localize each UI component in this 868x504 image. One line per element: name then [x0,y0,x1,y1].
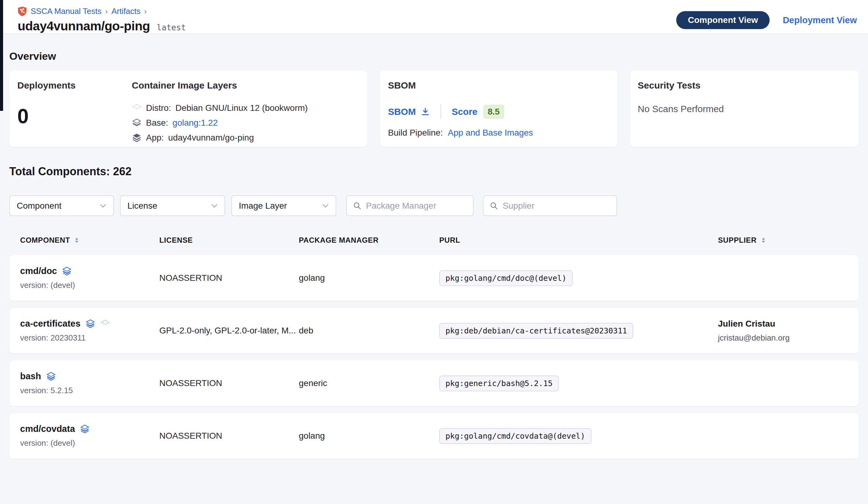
column-header-supplier[interactable]: SUPPLIER [718,236,859,244]
image-layer-filter-dropdown[interactable]: Image Layer [231,195,336,216]
layers-icon [80,424,90,433]
artifact-detail-page: SSCA Manual Tests › Artifacts › uday4vun… [0,0,868,504]
column-label: PURL [439,236,460,244]
view-toggle: Component View Deployment View [676,11,857,29]
search-icon [353,202,362,210]
breadcrumb-artifacts-link[interactable]: Artifacts [111,7,141,16]
layers-icon [62,266,72,275]
base-layer-row: Base: golang:1.22 [132,118,358,128]
component-version: version: (devel) [20,281,159,290]
layers-icon [46,372,56,381]
column-header-license: LICENSE [159,236,299,244]
components-table: COMPONENT LICENSE PACKAGE MANAGER PURL S… [9,236,859,459]
purl-chip: pkg:golang/cmd/covdata@(devel) [439,428,591,444]
component-name: cmd/covdata [20,424,75,434]
chevron-down-icon [211,203,218,208]
table-row[interactable]: bash version: 5.2.15 NOASSERTION generic [9,360,859,406]
page-title: uday4vunnam/go-ping [18,19,150,33]
distro-layer-icon [132,103,142,113]
build-pipeline-label: Build Pipeline: [388,128,443,138]
package-manager-cell: deb [299,326,439,335]
purl-chip: pkg:deb/debian/ca-certificates@20230311 [439,323,633,339]
column-header-component[interactable]: COMPONENT [20,236,159,244]
component-filter-label: Component [17,201,62,211]
security-tests-card: Security Tests No Scans Performed [630,70,859,147]
sort-icon[interactable] [74,237,79,243]
distro-value: Debian GNU/Linux 12 (bookworm) [175,103,308,113]
purl-chip: pkg:golang/cmd/doc@(devel) [439,270,572,286]
component-name: bash [20,371,41,381]
package-manager-cell: generic [299,378,439,388]
build-pipeline-link[interactable]: App and Base Images [448,128,533,138]
app-label: App: [146,133,164,143]
column-label: COMPONENT [20,236,70,244]
dashed-diamond-icon [100,319,110,328]
base-image-link[interactable]: golang:1.22 [173,118,218,128]
purl-cell: pkg:deb/debian/ca-certificates@20230311 [439,323,718,339]
distro-layer-row: Distro: Debian GNU/Linux 12 (bookworm) [132,103,358,113]
license-cell: GPL-2.0-only, GPL-2.0-or-later, M... [159,326,299,335]
component-view-button[interactable]: Component View [676,11,770,29]
overview-cards: Deployments 0 Container Image Layers Dis… [9,70,859,147]
component-version: version: 20230311 [20,333,159,343]
license-filter-label: License [127,201,157,211]
column-header-package-manager: PACKAGE MANAGER [299,236,439,244]
artifact-tag: latest [157,23,186,32]
column-label: SUPPLIER [718,236,757,244]
chevron-down-icon [100,203,106,208]
app-layer-row: App: uday4vunnam/go-ping [132,133,358,143]
supplier-search-input[interactable] [503,201,610,211]
component-filter-dropdown[interactable]: Component [9,195,114,216]
collapsed-nav-edge [0,0,3,111]
component-cell: cmd/doc version: (devel) [20,266,159,290]
security-tests-title: Security Tests [638,80,849,91]
sbom-card: SBOM SBOM Score 8.5 [380,70,617,147]
supplier-name: Julien Cristau [718,319,859,329]
filters-bar: Component License Image Layer [9,195,859,216]
page-header: SSCA Manual Tests › Artifacts › uday4vun… [0,0,868,34]
table-row[interactable]: ca-certificates version: 20230311 GPL-2.… [9,308,859,354]
table-body: cmd/doc version: (devel) NOASSERTION gol… [9,255,859,459]
license-cell: NOASSERTION [159,378,299,388]
table-row[interactable]: cmd/covdata version: (devel) NOASSERTION… [9,413,859,459]
app-layer-icon [132,133,142,142]
component-version: version: (devel) [20,439,159,448]
column-label: PACKAGE MANAGER [299,236,379,244]
sbom-download-link[interactable]: SBOM [388,107,430,117]
sort-icon[interactable] [761,237,766,243]
distro-label: Distro: [146,103,171,113]
deployments-count: 0 [17,104,132,128]
table-row[interactable]: cmd/doc version: (devel) NOASSERTION gol… [9,255,859,301]
download-icon [421,107,430,117]
license-cell: NOASSERTION [159,273,299,283]
license-filter-dropdown[interactable]: License [120,195,225,216]
breadcrumb-project-link[interactable]: SSCA Manual Tests [31,7,102,16]
sbom-score: Score 8.5 [452,105,504,119]
security-tests-status: No Scans Performed [638,104,849,114]
package-manager-cell: golang [299,431,439,441]
component-name: ca-certificates [20,319,80,329]
breadcrumb-separator: › [105,7,108,16]
deployment-view-link[interactable]: Deployment View [783,15,857,26]
ssca-shield-icon [18,6,27,17]
overview-heading: Overview [9,50,859,62]
column-header-purl: PURL [439,236,718,244]
purl-cell: pkg:golang/cmd/covdata@(devel) [439,428,718,444]
container-image-layers-block: Container Image Layers Distro: Debian GN… [132,80,358,138]
deployments-block: Deployments 0 [17,80,132,138]
total-components-heading: Total Components: 262 [9,165,859,178]
column-label: LICENSE [159,236,193,244]
table-header-row: COMPONENT LICENSE PACKAGE MANAGER PURL S… [9,236,859,244]
package-manager-cell: golang [299,273,439,283]
base-label: Base: [146,118,168,128]
score-badge: 8.5 [483,105,505,119]
package-manager-search [346,195,474,216]
component-name: cmd/doc [20,266,57,276]
component-version: version: 5.2.15 [20,386,159,395]
breadcrumb-separator: › [144,7,147,16]
purl-cell: pkg:generic/bash@5.2.15 [439,375,718,391]
package-manager-search-input[interactable] [366,201,467,211]
container-image-layers-title: Container Image Layers [132,80,358,91]
purl-cell: pkg:golang/cmd/doc@(devel) [439,270,718,286]
supplier-cell: Julien Cristau jcristau@debian.org [718,319,859,343]
